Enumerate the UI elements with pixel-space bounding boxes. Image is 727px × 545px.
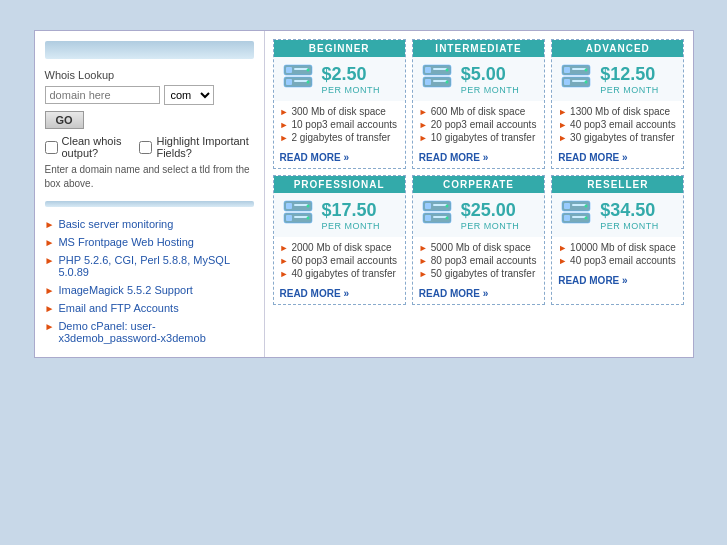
plan-read-more-advanced[interactable]: READ MORE » bbox=[552, 148, 683, 168]
sidebar-link-4[interactable]: Email and FTP Accounts bbox=[58, 302, 178, 314]
feature-item-advanced-0: ► 1300 Mb of disk space bbox=[558, 105, 677, 118]
main-container: Whois Lookup com net org info GO Clean w… bbox=[34, 30, 694, 358]
sidebar-item-4[interactable]: ►Email and FTP Accounts bbox=[45, 299, 254, 317]
svg-rect-29 bbox=[294, 216, 308, 218]
svg-rect-17 bbox=[564, 67, 570, 73]
svg-rect-4 bbox=[286, 79, 292, 85]
sidebar-link-1[interactable]: MS Frontpage Web Hosting bbox=[58, 236, 194, 248]
sidebar-link-0[interactable]: Basic server monitoring bbox=[58, 218, 173, 230]
bullet-icon-4: ► bbox=[45, 303, 55, 314]
outer-wrapper: Whois Lookup com net org info GO Clean w… bbox=[0, 0, 727, 545]
plan-price-corperate: $25.00 bbox=[461, 200, 520, 221]
sidebar-link-2[interactable]: PHP 5.2.6, CGI, Perl 5.8.8, MySQL 5.0.89 bbox=[58, 254, 253, 278]
plan-read-more-intermediate[interactable]: READ MORE » bbox=[413, 148, 544, 168]
feature-item-corperate-1: ► 80 pop3 email accounts bbox=[419, 254, 538, 267]
plan-card-beginner: BEGINNER $2.50 PER M bbox=[273, 39, 406, 169]
plan-features-intermediate: ► 600 Mb of disk space ► 20 pop3 email a… bbox=[413, 101, 544, 148]
svg-rect-10 bbox=[433, 68, 447, 70]
sidebar-link-3[interactable]: ImageMagick 5.5.2 Support bbox=[58, 284, 193, 296]
svg-rect-36 bbox=[425, 215, 431, 221]
sidebar-item-3[interactable]: ►ImageMagick 5.5.2 Support bbox=[45, 281, 254, 299]
sidebar-description: Enter a domain name and select a tld fro… bbox=[45, 163, 254, 191]
feature-bullet-intermediate-1: ► bbox=[419, 120, 428, 130]
feature-bullet-advanced-2: ► bbox=[558, 133, 567, 143]
feature-item-advanced-2: ► 30 gigabytes of transfer bbox=[558, 131, 677, 144]
svg-point-7 bbox=[306, 81, 309, 84]
feature-bullet-corperate-2: ► bbox=[419, 269, 428, 279]
svg-rect-26 bbox=[294, 204, 308, 206]
feature-item-corperate-0: ► 5000 Mb of disk space bbox=[419, 241, 538, 254]
server-image-reseller bbox=[558, 197, 594, 233]
server-image-corperate bbox=[419, 197, 455, 233]
plan-header-beginner: BEGINNER bbox=[274, 40, 405, 57]
plan-read-more-reseller[interactable]: READ MORE » bbox=[552, 271, 683, 291]
svg-point-23 bbox=[585, 81, 588, 84]
plan-price-row-professional: $17.50 PER MONTH bbox=[274, 193, 405, 237]
svg-point-31 bbox=[306, 217, 309, 220]
bullet-icon-1: ► bbox=[45, 237, 55, 248]
plan-features-advanced: ► 1300 Mb of disk space ► 40 pop3 email … bbox=[552, 101, 683, 148]
plan-read-more-corperate[interactable]: READ MORE » bbox=[413, 284, 544, 304]
go-button[interactable]: GO bbox=[45, 111, 84, 129]
highlight-fields-checkbox[interactable] bbox=[139, 141, 152, 154]
whois-row: com net org info bbox=[45, 85, 254, 105]
feature-item-beginner-0: ► 300 Mb of disk space bbox=[280, 105, 399, 118]
plan-features-beginner: ► 300 Mb of disk space ► 10 pop3 email a… bbox=[274, 101, 405, 148]
plan-price-row-corperate: $25.00 PER MONTH bbox=[413, 193, 544, 237]
clean-whois-label: Clean whois output? bbox=[62, 135, 136, 159]
sidebar-search-bar bbox=[45, 41, 254, 59]
plan-header-intermediate: INTERMEDIATE bbox=[413, 40, 544, 57]
sidebar-divider bbox=[45, 201, 254, 207]
plan-features-reseller: ► 10000 Mb of disk space ► 40 pop3 email… bbox=[552, 237, 683, 271]
svg-rect-1 bbox=[286, 67, 292, 73]
feature-item-professional-2: ► 40 gigabytes of transfer bbox=[280, 267, 399, 280]
plan-price-info-intermediate: $5.00 PER MONTH bbox=[461, 64, 520, 95]
feature-item-intermediate-1: ► 20 pop3 email accounts bbox=[419, 118, 538, 131]
sidebar-item-1[interactable]: ►MS Frontpage Web Hosting bbox=[45, 233, 254, 251]
plan-read-more-beginner[interactable]: READ MORE » bbox=[274, 148, 405, 168]
svg-rect-9 bbox=[425, 67, 431, 73]
feature-bullet-corperate-1: ► bbox=[419, 256, 428, 266]
plan-per-month-professional: PER MONTH bbox=[322, 221, 381, 231]
svg-rect-13 bbox=[433, 80, 447, 82]
feature-item-intermediate-0: ► 600 Mb of disk space bbox=[419, 105, 538, 118]
checkbox-row-1: Clean whois output? Highlight Important … bbox=[45, 135, 254, 159]
plan-price-beginner: $2.50 bbox=[322, 64, 381, 85]
svg-rect-45 bbox=[572, 216, 586, 218]
plan-header-reseller: RESELLER bbox=[552, 176, 683, 193]
sidebar-link-5[interactable]: Demo cPanel: user-x3demob_password-x3dem… bbox=[58, 320, 253, 344]
plan-price-row-intermediate: $5.00 PER MONTH bbox=[413, 57, 544, 101]
feature-item-professional-0: ► 2000 Mb of disk space bbox=[280, 241, 399, 254]
sidebar: Whois Lookup com net org info GO Clean w… bbox=[35, 31, 265, 357]
bullet-icon-2: ► bbox=[45, 255, 55, 266]
svg-rect-44 bbox=[564, 215, 570, 221]
plan-card-advanced: ADVANCED $12.50 PER bbox=[551, 39, 684, 169]
sidebar-menu: ►Basic server monitoring ►MS Frontpage W… bbox=[45, 215, 254, 347]
server-image-advanced bbox=[558, 61, 594, 97]
plan-price-info-advanced: $12.50 PER MONTH bbox=[600, 64, 659, 95]
plan-card-intermediate: INTERMEDIATE $5.00 P bbox=[412, 39, 545, 169]
plan-price-row-advanced: $12.50 PER MONTH bbox=[552, 57, 683, 101]
whois-label: Whois Lookup bbox=[45, 69, 254, 81]
sidebar-item-0[interactable]: ►Basic server monitoring bbox=[45, 215, 254, 233]
whois-tld-select[interactable]: com net org info bbox=[164, 85, 214, 105]
feature-item-reseller-1: ► 40 pop3 email accounts bbox=[558, 254, 677, 267]
sidebar-item-2[interactable]: ►PHP 5.2.6, CGI, Perl 5.8.8, MySQL 5.0.8… bbox=[45, 251, 254, 281]
svg-point-6 bbox=[306, 69, 309, 72]
clean-whois-checkbox[interactable] bbox=[45, 141, 58, 154]
feature-bullet-advanced-0: ► bbox=[558, 107, 567, 117]
plan-price-info-professional: $17.50 PER MONTH bbox=[322, 200, 381, 231]
plan-features-professional: ► 2000 Mb of disk space ► 60 pop3 email … bbox=[274, 237, 405, 284]
plan-read-more-professional[interactable]: READ MORE » bbox=[274, 284, 405, 304]
plan-card-corperate: CORPERATE $25.00 PER bbox=[412, 175, 545, 305]
svg-point-22 bbox=[585, 69, 588, 72]
plan-header-professional: PROFESSIONAL bbox=[274, 176, 405, 193]
svg-rect-2 bbox=[294, 68, 308, 70]
whois-domain-input[interactable] bbox=[45, 86, 160, 104]
sidebar-item-5[interactable]: ►Demo cPanel: user-x3demob_password-x3de… bbox=[45, 317, 254, 347]
svg-rect-33 bbox=[425, 203, 431, 209]
bullet-icon-5: ► bbox=[45, 321, 55, 332]
svg-rect-41 bbox=[564, 203, 570, 209]
svg-rect-21 bbox=[572, 80, 586, 82]
plan-header-corperate: CORPERATE bbox=[413, 176, 544, 193]
